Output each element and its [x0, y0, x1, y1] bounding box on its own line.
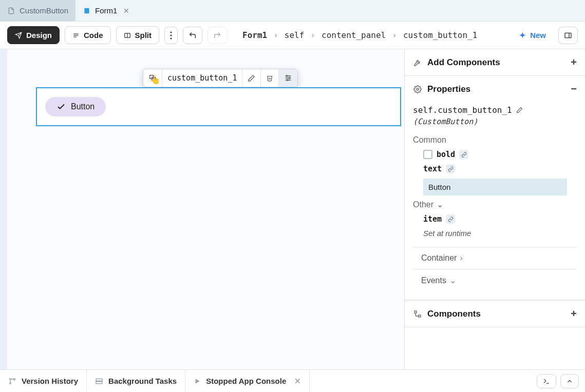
tab-custombutton[interactable]: CustomButton — [0, 0, 76, 21]
box-icon — [148, 74, 157, 82]
check-icon — [56, 102, 66, 111]
breadcrumb-root[interactable]: Form1 — [242, 30, 267, 40]
play-icon — [194, 378, 201, 385]
selected-component-frame[interactable]: Button — [36, 87, 401, 126]
bold-label: bold — [437, 150, 455, 159]
properties-header[interactable]: Properties − — [405, 76, 585, 102]
code-button[interactable]: Code — [65, 26, 111, 44]
svg-rect-26 — [96, 381, 102, 383]
settings-button[interactable] — [279, 69, 297, 87]
properties-section: Properties − self.custom_button_1 (Custo… — [405, 76, 585, 300]
group-other-label: Other — [413, 200, 433, 209]
components-header[interactable]: Components + — [405, 301, 585, 327]
svg-point-17 — [289, 77, 291, 79]
svg-point-19 — [417, 88, 419, 90]
group-container[interactable]: Container › — [413, 247, 577, 269]
version-history-label: Version History — [22, 377, 78, 385]
design-canvas[interactable]: custom_button_1 👆 Button — [0, 49, 404, 369]
background-tasks-tab[interactable]: Background Tasks — [87, 370, 185, 392]
component-path-text: self.custom_button_1 — [413, 105, 512, 115]
panel-title: Properties — [427, 84, 470, 94]
group-other[interactable]: Other ⌄ — [413, 200, 577, 209]
panel-icon — [564, 31, 572, 40]
group-container-label: Container — [421, 253, 457, 263]
edit-button[interactable] — [242, 69, 261, 87]
console-button[interactable] — [537, 374, 556, 388]
terminal-icon — [542, 378, 551, 385]
undo-button[interactable] — [183, 27, 202, 44]
pencil-icon[interactable] — [516, 107, 523, 113]
group-common[interactable]: Common — [413, 135, 577, 145]
app-console-tab[interactable]: Stopped App Console ✕ — [185, 370, 310, 392]
file-icon — [83, 7, 91, 15]
chevron-down-icon: ⌄ — [437, 200, 443, 209]
svg-point-7 — [170, 34, 172, 36]
tab-form1[interactable]: Form1 ✕ — [76, 0, 137, 21]
redo-button[interactable] — [207, 27, 227, 44]
list-icon — [72, 32, 80, 39]
redo-icon — [213, 31, 221, 40]
right-panel: Add Components + Properties − self.custo… — [404, 49, 585, 369]
selection-toolbar: custom_button_1 — [143, 69, 298, 87]
link-icon[interactable] — [459, 150, 468, 159]
panel-toggle-button[interactable] — [558, 27, 578, 44]
layout-icon — [124, 32, 131, 39]
components-section: Components + — [405, 300, 585, 327]
add-components-header[interactable]: Add Components + — [405, 49, 585, 75]
code-label: Code — [84, 31, 103, 40]
breadcrumb-item[interactable]: self — [285, 30, 305, 40]
close-icon[interactable]: ✕ — [123, 7, 129, 15]
bottom-right-icons — [537, 374, 585, 388]
plus-icon[interactable]: + — [571, 56, 577, 68]
component-type: (CustomButton) — [413, 117, 577, 126]
prop-item-row: item — [413, 214, 577, 224]
custom-button-instance[interactable]: Button — [45, 97, 106, 116]
text-input[interactable] — [423, 179, 567, 195]
group-events[interactable]: Events ⌄ — [413, 269, 577, 291]
design-label: Design — [26, 31, 52, 40]
branch-icon — [8, 377, 16, 385]
collapse-button[interactable] — [560, 374, 579, 388]
svg-marker-27 — [196, 379, 200, 383]
more-button[interactable] — [164, 27, 178, 44]
tab-label: Form1 — [95, 6, 117, 15]
chevron-right-icon: › — [392, 30, 397, 40]
split-button[interactable]: Split — [116, 26, 160, 44]
text-label: text — [423, 164, 442, 173]
trash-icon — [266, 74, 273, 82]
selection-name[interactable]: custom_button_1 — [162, 69, 242, 87]
group-events-label: Events — [421, 276, 446, 285]
design-button[interactable]: Design — [7, 26, 60, 44]
minus-icon[interactable]: − — [571, 83, 577, 95]
select-parent-button[interactable] — [143, 69, 162, 87]
close-icon[interactable]: ✕ — [294, 377, 301, 386]
prop-bold-row: bold — [413, 150, 577, 159]
svg-point-6 — [170, 31, 172, 33]
chevron-right-icon: › — [273, 30, 278, 40]
svg-rect-21 — [419, 315, 421, 317]
add-components-section: Add Components + — [405, 49, 585, 76]
svg-point-18 — [287, 80, 289, 81]
new-label: New — [530, 31, 546, 40]
svg-rect-25 — [96, 379, 102, 381]
breadcrumb-item[interactable]: content_panel — [322, 30, 386, 40]
link-icon[interactable] — [446, 164, 455, 173]
svg-point-23 — [10, 382, 11, 384]
main: custom_button_1 👆 Button — [0, 49, 585, 369]
component-path: self.custom_button_1 — [413, 105, 577, 115]
delete-button[interactable] — [261, 69, 279, 87]
svg-point-8 — [170, 37, 172, 39]
properties-body: self.custom_button_1 (CustomButton) Comm… — [405, 102, 585, 300]
new-button[interactable]: ✦ New — [512, 27, 553, 44]
file-icon — [7, 7, 15, 15]
plus-icon[interactable]: + — [571, 308, 577, 320]
chevron-up-icon — [566, 378, 573, 385]
link-icon[interactable] — [446, 214, 455, 224]
split-label: Split — [135, 31, 152, 40]
undo-icon — [188, 31, 197, 40]
version-history-tab[interactable]: Version History — [0, 370, 87, 392]
chevron-down-icon: ⌄ — [449, 276, 456, 285]
bold-checkbox[interactable] — [423, 150, 432, 159]
background-tasks-label: Background Tasks — [108, 377, 177, 385]
breadcrumb-item[interactable]: custom_button_1 — [403, 30, 478, 40]
